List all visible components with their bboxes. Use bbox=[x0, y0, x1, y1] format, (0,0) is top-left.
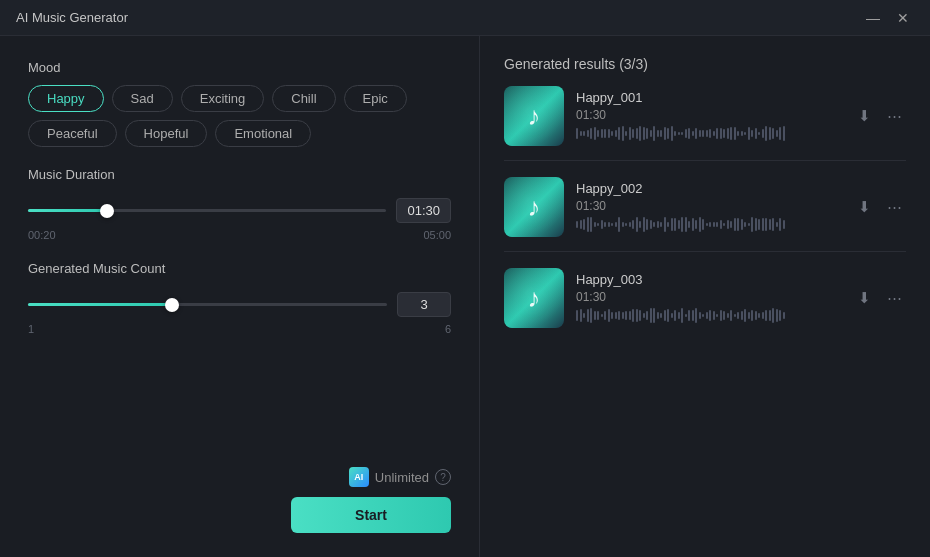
result-thumb-2: ♪ bbox=[504, 177, 564, 237]
count-thumb[interactable] bbox=[165, 298, 179, 312]
duration-slider-row: 01:30 bbox=[28, 198, 451, 223]
mood-btn-sad[interactable]: Sad bbox=[112, 85, 173, 112]
mood-btn-chill[interactable]: Chill bbox=[272, 85, 335, 112]
download-button-3[interactable]: ⬇ bbox=[854, 285, 875, 311]
waveform-2 bbox=[576, 216, 842, 234]
mood-label: Mood bbox=[28, 60, 451, 75]
mood-btn-hopeful[interactable]: Hopeful bbox=[125, 120, 208, 147]
result-time-1: 01:30 bbox=[576, 108, 842, 122]
mood-btn-happy[interactable]: Happy bbox=[28, 85, 104, 112]
result-name-3: Happy_003 bbox=[576, 272, 842, 287]
music-note-icon-2: ♪ bbox=[528, 192, 541, 223]
mood-btn-peaceful[interactable]: Peaceful bbox=[28, 120, 117, 147]
result-thumb-1: ♪ bbox=[504, 86, 564, 146]
count-value: 3 bbox=[397, 292, 451, 317]
close-button[interactable]: ✕ bbox=[892, 7, 914, 29]
waveform-1 bbox=[576, 125, 842, 143]
result-time-3: 01:30 bbox=[576, 290, 842, 304]
duration-min: 00:20 bbox=[28, 229, 56, 241]
info-icon[interactable]: ? bbox=[435, 469, 451, 485]
duration-slider-wrapper bbox=[28, 201, 386, 221]
count-slider-wrapper bbox=[28, 295, 387, 315]
count-section: Generated Music Count 3 1 6 bbox=[28, 261, 451, 335]
count-min: 1 bbox=[28, 323, 34, 335]
duration-label: Music Duration bbox=[28, 167, 451, 182]
more-button-3[interactable]: ⋯ bbox=[883, 285, 906, 311]
bottom-area: AI Unlimited ? Start bbox=[28, 467, 451, 533]
result-item-3: ♪ Happy_003 01:30 ⬇ ⋯ bbox=[504, 268, 906, 342]
count-range: 1 6 bbox=[28, 323, 451, 335]
duration-section: Music Duration 01:30 00:20 05:00 bbox=[28, 167, 451, 241]
result-time-2: 01:30 bbox=[576, 199, 842, 213]
more-button-1[interactable]: ⋯ bbox=[883, 103, 906, 129]
duration-value: 01:30 bbox=[396, 198, 451, 223]
music-note-icon-1: ♪ bbox=[528, 101, 541, 132]
duration-thumb[interactable] bbox=[100, 204, 114, 218]
result-name-1: Happy_001 bbox=[576, 90, 842, 105]
result-actions-3: ⬇ ⋯ bbox=[854, 285, 906, 311]
result-info-1: Happy_001 01:30 bbox=[576, 90, 842, 143]
left-panel: Mood Happy Sad Exciting Chill Epic Peace… bbox=[0, 36, 480, 557]
download-button-2[interactable]: ⬇ bbox=[854, 194, 875, 220]
result-info-2: Happy_002 01:30 bbox=[576, 181, 842, 234]
mood-section: Mood Happy Sad Exciting Chill Epic Peace… bbox=[28, 60, 451, 147]
duration-max: 05:00 bbox=[423, 229, 451, 241]
waveform-3 bbox=[576, 307, 842, 325]
mood-grid: Happy Sad Exciting Chill Epic Peaceful H… bbox=[28, 85, 451, 147]
result-name-2: Happy_002 bbox=[576, 181, 842, 196]
more-button-2[interactable]: ⋯ bbox=[883, 194, 906, 220]
minimize-button[interactable]: — bbox=[862, 7, 884, 29]
right-panel: Generated results (3/3) ♪ Happy_001 01:3… bbox=[480, 36, 930, 557]
count-slider-row: 3 bbox=[28, 292, 451, 317]
title-bar: AI Music Generator — ✕ bbox=[0, 0, 930, 36]
window-controls: — ✕ bbox=[862, 7, 914, 29]
results-header: Generated results (3/3) bbox=[504, 56, 906, 72]
ai-badge: AI bbox=[349, 467, 369, 487]
result-item-2: ♪ Happy_002 01:30 ⬇ ⋯ bbox=[504, 177, 906, 252]
result-thumb-3: ♪ bbox=[504, 268, 564, 328]
duration-range: 00:20 05:00 bbox=[28, 229, 451, 241]
result-item-1: ♪ Happy_001 01:30 ⬇ ⋯ bbox=[504, 86, 906, 161]
main-layout: Mood Happy Sad Exciting Chill Epic Peace… bbox=[0, 36, 930, 557]
count-track bbox=[28, 303, 387, 306]
music-note-icon-3: ♪ bbox=[528, 283, 541, 314]
result-actions-2: ⬇ ⋯ bbox=[854, 194, 906, 220]
download-button-1[interactable]: ⬇ bbox=[854, 103, 875, 129]
count-max: 6 bbox=[445, 323, 451, 335]
mood-btn-exciting[interactable]: Exciting bbox=[181, 85, 265, 112]
unlimited-label: Unlimited bbox=[375, 470, 429, 485]
start-button[interactable]: Start bbox=[291, 497, 451, 533]
mood-btn-emotional[interactable]: Emotional bbox=[215, 120, 311, 147]
unlimited-row: AI Unlimited ? bbox=[349, 467, 451, 487]
duration-track bbox=[28, 209, 386, 212]
mood-btn-epic[interactable]: Epic bbox=[344, 85, 407, 112]
count-fill bbox=[28, 303, 172, 306]
count-label: Generated Music Count bbox=[28, 261, 451, 276]
app-title: AI Music Generator bbox=[16, 10, 128, 25]
duration-fill bbox=[28, 209, 107, 212]
result-actions-1: ⬇ ⋯ bbox=[854, 103, 906, 129]
result-info-3: Happy_003 01:30 bbox=[576, 272, 842, 325]
